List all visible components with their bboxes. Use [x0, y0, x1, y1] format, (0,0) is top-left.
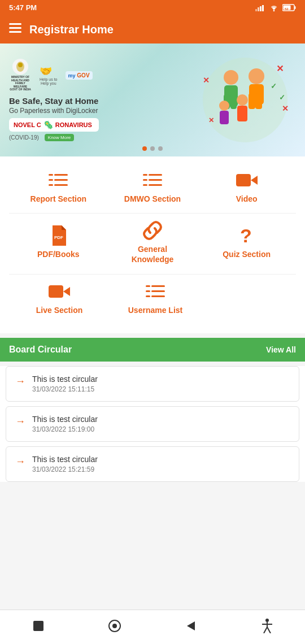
svg-text:✕: ✕: [276, 64, 284, 73]
svg-rect-52: [151, 285, 165, 287]
menu-icon[interactable]: [9, 22, 21, 37]
circular-item-1[interactable]: → This is test circular 31/03/2022 15:11…: [6, 366, 299, 402]
nav-back-button[interactable]: [177, 616, 205, 636]
circular-header: Board Circular View All: [0, 338, 305, 362]
svg-rect-38: [54, 184, 68, 186]
video-item[interactable]: Video: [210, 170, 284, 204]
svg-text:✕: ✕: [203, 76, 210, 85]
status-icons: 52: [255, 4, 296, 12]
covid-text: NOVEL C: [14, 121, 41, 128]
circular-content-3: This is test circular 31/03/2022 15:21:5…: [32, 455, 98, 473]
banner-right: ✕ ✕ ✕ ✕ ✓ ✓: [194, 49, 296, 151]
svg-line-65: [267, 627, 271, 633]
dmwo-icon: [143, 170, 162, 190]
signal-icon: [255, 5, 265, 11]
nav-home-button[interactable]: [101, 616, 129, 636]
covid-suffix: RONAVIRUS: [55, 121, 92, 128]
svg-rect-24: [237, 106, 247, 121]
video-label: Video: [236, 194, 258, 204]
grid-row-1: Report Section DMWO Section: [0, 166, 305, 213]
svg-rect-41: [143, 179, 147, 181]
svg-rect-53: [146, 290, 150, 292]
svg-rect-6: [295, 6, 296, 9]
grid-row-2: PDF PDF/Books GeneralKnowledge ?: [0, 216, 305, 273]
live-section-label: Live Section: [36, 305, 82, 315]
mygov-logo: my GOV: [66, 71, 93, 80]
svg-text:?: ?: [240, 225, 252, 246]
banner-left: MINISTRY OFHEALTH ANDFAMILY WELFAREGOVT …: [9, 59, 194, 141]
accessibility-icon: [261, 619, 273, 633]
svg-text:✓: ✓: [279, 93, 285, 102]
live-video-icon: [49, 281, 70, 302]
grid-divider-1: [9, 213, 296, 214]
hand-logo: 🤝 Help us toHelp you: [40, 65, 58, 85]
link-icon: [142, 220, 163, 241]
svg-rect-40: [149, 174, 162, 176]
svg-point-61: [265, 619, 269, 622]
circular-content-1: This is test circular 31/03/2022 15:11:1…: [32, 375, 98, 393]
svg-rect-49: [49, 285, 63, 298]
svg-point-25: [219, 101, 229, 111]
general-knowledge-item[interactable]: GeneralKnowledge: [116, 220, 189, 264]
grid-section: Report Section DMWO Section: [0, 156, 305, 333]
nav-stop-button[interactable]: [24, 616, 53, 636]
dot-1: [142, 146, 147, 151]
svg-text:✕: ✕: [282, 104, 289, 113]
circle-icon: [108, 619, 121, 633]
svg-rect-1: [258, 7, 259, 11]
circular-title: Board Circular: [9, 345, 72, 355]
svg-rect-26: [220, 111, 229, 124]
banner: MINISTRY OFHEALTH ANDFAMILY WELFAREGOVT …: [0, 43, 305, 156]
svg-rect-33: [49, 174, 53, 176]
circular-date-2: 31/03/2022 15:19:00: [32, 425, 98, 433]
arrow-icon-3: →: [15, 456, 25, 468]
svg-point-4: [273, 10, 275, 11]
report-section-label: Report Section: [30, 194, 87, 204]
circular-item-2[interactable]: → This is test circular 31/03/2022 15:19…: [6, 406, 299, 442]
svg-text:PDF: PDF: [54, 235, 63, 240]
topbar: Registrar Home: [0, 15, 305, 43]
svg-marker-50: [63, 287, 70, 296]
svg-rect-2: [260, 6, 262, 11]
grid-row-3: Live Section Username List: [0, 277, 305, 324]
banner-covid: NOVEL C 🦠 RONAVIRUS: [9, 118, 99, 132]
quiz-section-item[interactable]: ? Quiz Section: [210, 225, 284, 259]
banner-sub: Go Paperless with DigiLocker: [9, 107, 194, 115]
svg-rect-55: [146, 295, 150, 297]
mhfw-text: MINISTRY OFHEALTH ANDFAMILY WELFAREGOVT …: [9, 76, 32, 92]
svg-rect-34: [54, 174, 68, 176]
svg-rect-57: [33, 621, 43, 631]
svg-rect-43: [143, 184, 147, 186]
circular-item-3[interactable]: → This is test circular 31/03/2022 15:21…: [6, 446, 299, 482]
banner-dots: [142, 146, 163, 151]
svg-rect-45: [236, 174, 251, 186]
video-icon: [236, 170, 258, 190]
username-list-icon: [146, 281, 165, 302]
svg-point-19: [224, 70, 238, 85]
banner-tagline: Be Safe, Stay at Home: [9, 96, 194, 106]
covid-sub-row: (COVID-19) Know More: [9, 134, 194, 141]
dmwo-section-item[interactable]: DMWO Section: [116, 170, 189, 204]
svg-rect-0: [255, 9, 257, 11]
mhfw-logo: MINISTRY OFHEALTH ANDFAMILY WELFAREGOVT …: [9, 59, 32, 92]
svg-rect-9: [9, 23, 21, 25]
battery-icon: 52: [282, 4, 296, 11]
svg-marker-60: [187, 621, 195, 630]
view-all-button[interactable]: View All: [266, 345, 296, 354]
username-list-item[interactable]: Username List: [119, 281, 192, 315]
svg-text:✓: ✓: [271, 82, 277, 90]
pdf-books-item[interactable]: PDF PDF/Books: [21, 225, 95, 259]
svg-rect-36: [54, 179, 68, 181]
status-bar: 5:47 PM 52: [0, 0, 305, 15]
report-section-item[interactable]: Report Section: [21, 170, 95, 204]
live-section-item[interactable]: Live Section: [23, 281, 96, 315]
svg-rect-3: [262, 5, 264, 11]
svg-point-13: [18, 63, 23, 67]
banner-logos: MINISTRY OFHEALTH ANDFAMILY WELFAREGOVT …: [9, 59, 194, 92]
know-more-btn[interactable]: Know More: [45, 134, 74, 141]
dot-3: [158, 146, 163, 151]
circular-title-3: This is test circular: [32, 455, 98, 464]
nav-accessibility-button[interactable]: [253, 616, 281, 636]
hamburger-svg: [9, 23, 21, 33]
svg-rect-44: [149, 184, 162, 186]
